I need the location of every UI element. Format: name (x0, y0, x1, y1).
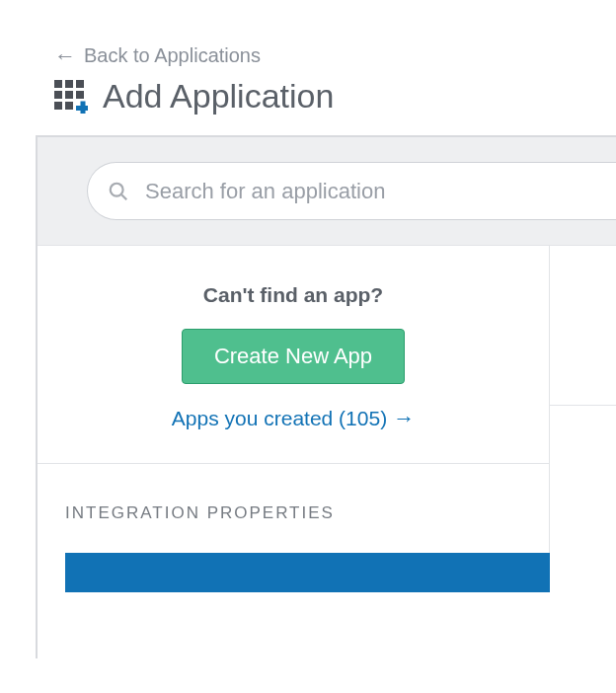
cant-find-heading: Can't find an app? (38, 283, 549, 307)
svg-rect-0 (54, 80, 62, 88)
search-area (38, 137, 616, 246)
integration-section: INTEGRATION PROPERTIES (38, 464, 549, 592)
svg-rect-3 (54, 91, 62, 99)
right-spacer (550, 246, 616, 406)
svg-rect-6 (54, 102, 62, 110)
svg-rect-2 (76, 80, 84, 88)
svg-rect-1 (65, 80, 73, 88)
integration-selected-row[interactable] (65, 553, 550, 592)
search-input[interactable] (143, 178, 616, 205)
svg-rect-7 (65, 102, 73, 110)
right-column (550, 246, 616, 592)
svg-rect-4 (65, 91, 73, 99)
page-header: Add Application (0, 77, 616, 135)
svg-point-10 (111, 183, 123, 195)
page-title: Add Application (103, 77, 334, 116)
arrow-left-icon: ← (54, 45, 76, 67)
apps-grid-plus-icon (54, 80, 88, 114)
body-split: Can't find an app? Create New App Apps y… (38, 246, 616, 592)
main-panel: Can't find an app? Create New App Apps y… (36, 135, 616, 658)
svg-rect-9 (81, 101, 86, 114)
svg-rect-5 (76, 91, 84, 99)
left-column: Can't find an app? Create New App Apps y… (38, 246, 550, 592)
search-icon (108, 181, 129, 202)
svg-line-11 (121, 194, 126, 199)
arrow-right-icon: → (393, 406, 415, 431)
back-label: Back to Applications (84, 44, 261, 67)
create-new-app-button[interactable]: Create New App (182, 329, 405, 384)
search-box[interactable] (87, 162, 616, 220)
back-to-applications-link[interactable]: ← Back to Applications (0, 0, 616, 77)
apps-you-created-link[interactable]: Apps you created (105) → (38, 406, 549, 431)
integration-properties-heading: INTEGRATION PROPERTIES (65, 503, 549, 523)
apps-created-label: Apps you created (105) (172, 407, 387, 430)
create-app-section: Can't find an app? Create New App Apps y… (38, 246, 549, 464)
